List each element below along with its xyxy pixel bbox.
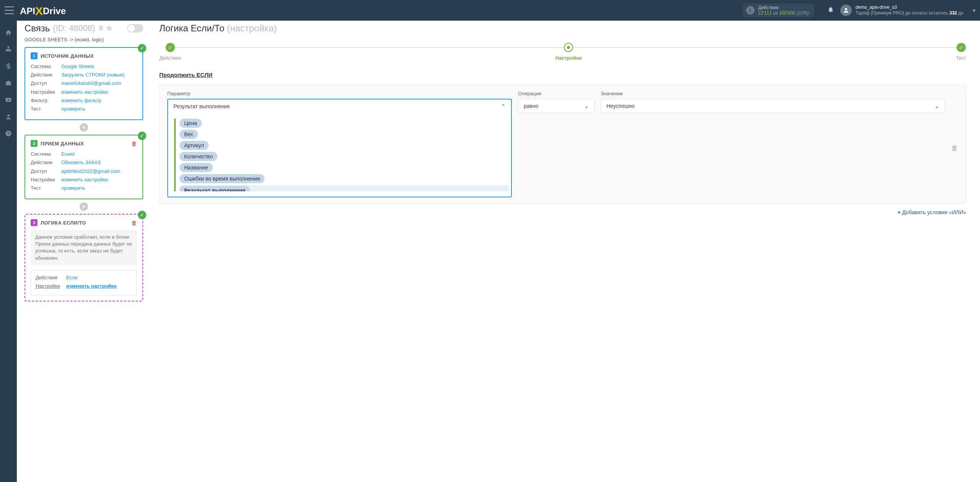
val-select[interactable]: Неуспешно ⌄	[601, 99, 945, 113]
add-block-button[interactable]: +	[80, 123, 88, 132]
left-toolbar: ?	[0, 21, 17, 482]
dropdown-item[interactable]: Количество	[180, 152, 217, 161]
svg-text:?: ?	[7, 131, 10, 136]
row-val[interactable]: проверить	[61, 106, 85, 112]
briefcase-icon[interactable]	[0, 75, 17, 91]
connection-subtitle: GOOGLE SHEETS -> (ecwid, logic)	[24, 37, 143, 42]
logo[interactable]: API X Drive	[20, 4, 66, 17]
top-header: API X Drive i Действия: 22'111 из 100'00…	[0, 0, 980, 21]
content-area: Логика Если/То (настройка) ✓ Действие На…	[149, 21, 980, 482]
row-val[interactable]: изменить настройки	[61, 176, 108, 183]
actions-badge[interactable]: i Действия: 22'111 из 100'000 (22%)	[743, 3, 814, 18]
row-key: Фильтр	[31, 97, 61, 104]
connection-id: (ID: 48008)	[53, 23, 95, 33]
row-key: Настройки	[36, 283, 66, 290]
user-icon[interactable]	[0, 109, 17, 125]
val-value: Неуспешно	[606, 103, 635, 109]
connection-toggle[interactable]	[127, 24, 143, 33]
row-key: Настройки	[31, 176, 61, 183]
dropdown-item[interactable]: Ошибки во время выполнения	[180, 174, 265, 183]
block-source[interactable]: ✓ 1 ИСТОЧНИК ДАННЫХ СистемаGoogle Sheets…	[24, 47, 143, 120]
block-destination[interactable]: ✓ 2 ПРИЕМ ДАННЫХ 🗑 СистемаEcwid Действие…	[24, 135, 143, 199]
dropdown-item[interactable]: Артикул	[180, 141, 209, 150]
row-key: Тест	[31, 185, 61, 192]
actions-used: 22'111	[758, 10, 772, 16]
row-val[interactable]: Обновить ЗАКАЗ	[61, 159, 101, 166]
row-val[interactable]: изменить фильтр	[61, 97, 101, 104]
home-icon[interactable]	[0, 24, 17, 41]
user-block[interactable]: demo_apix-drive_s3 Тариф |Премиум PRO| д…	[840, 5, 964, 16]
step-done-icon[interactable]: ✓	[166, 43, 175, 52]
param-select[interactable]: Результат выполнения ⌃	[167, 99, 512, 114]
row-val[interactable]: Загрузить СТРОКИ (новые)	[61, 72, 124, 78]
step-active-icon[interactable]	[564, 43, 573, 52]
block-title: ЛОГИКА ЕСЛИ/ТО	[41, 220, 86, 226]
row-key: Действие	[36, 274, 66, 281]
row-val[interactable]: проверить	[61, 185, 85, 192]
logo-x-icon: X	[35, 5, 43, 18]
help-icon[interactable]: ?	[0, 125, 17, 142]
dropdown-item[interactable]: Результат выполнения	[180, 186, 250, 191]
delete-icon[interactable]: 🗑	[131, 220, 137, 226]
connection-title: Связь	[24, 23, 50, 34]
row-key: Система	[31, 151, 61, 158]
chevron-down-icon: ⌄	[584, 103, 589, 109]
block-logic[interactable]: ✓ 3 ЛОГИКА ЕСЛИ/ТО 🗑 Данное условие сраб…	[24, 214, 143, 301]
bell-icon[interactable]	[827, 6, 834, 15]
side-panel: Связь (ID: 48008) 🗎 ⚙ GOOGLE SHEETS -> (…	[17, 21, 149, 482]
dropdown-item[interactable]: Название	[180, 163, 213, 172]
row-val[interactable]: изменить настройки	[61, 89, 108, 96]
actions-pct: (22%)	[797, 10, 809, 16]
row-val[interactable]: Ecwid	[61, 151, 75, 158]
dropdown-item[interactable]: Вес	[180, 130, 198, 139]
row-val[interactable]: maverickandrii@gmail.com	[61, 80, 121, 87]
add-or-button[interactable]: Добавить условие «ИЛИ»	[159, 209, 966, 215]
step-label: Тест	[956, 55, 966, 61]
copy-icon[interactable]: 🗎	[98, 25, 104, 32]
block-note: Данное условие сработает, если в блоке П…	[31, 230, 137, 265]
param-label: Параметр	[167, 91, 512, 96]
logo-api: API	[20, 6, 35, 16]
val-label: Значение	[601, 91, 945, 96]
dropdown-item[interactable]: Цена	[180, 119, 202, 128]
dollar-icon[interactable]	[0, 58, 17, 74]
youtube-icon[interactable]	[0, 92, 17, 108]
add-block-button[interactable]: +	[80, 202, 88, 211]
sitemap-icon[interactable]	[0, 41, 17, 57]
page-title-sub: (настройка)	[227, 23, 277, 33]
chevron-down-icon[interactable]: ▾	[973, 7, 975, 13]
row-val[interactable]: изменить настройки	[66, 283, 117, 290]
block-num: 1	[31, 52, 38, 59]
row-key: Действие	[31, 72, 61, 78]
user-avatar-icon	[840, 5, 852, 16]
actions-label: Действия:	[758, 5, 809, 10]
row-key: Доступ	[31, 168, 61, 175]
user-name: demo_apix-drive_s3	[856, 5, 964, 10]
svg-point-2	[7, 114, 10, 117]
row-key: Доступ	[31, 80, 61, 87]
chevron-down-icon: ⌄	[935, 103, 939, 109]
row-val[interactable]: apidritest2022@gmail.com	[61, 168, 120, 175]
block-title: ПРИЕМ ДАННЫХ	[41, 141, 84, 147]
user-days-suffix: дн	[957, 10, 964, 16]
block-num: 2	[31, 140, 38, 147]
delete-rule-icon[interactable]: 🗑	[951, 144, 958, 152]
logo-drive: Drive	[43, 6, 66, 16]
page-title: Логика Если/То (настройка)	[159, 23, 966, 34]
block-title: ИСТОЧНИК ДАННЫХ	[41, 53, 94, 59]
row-val[interactable]: Если	[66, 274, 78, 281]
user-plan: Тариф |Премиум PRO| до оплаты осталось	[856, 10, 949, 16]
step-icon[interactable]: ✓	[957, 43, 966, 52]
hamburger-icon[interactable]	[5, 7, 14, 14]
step-label: Действие	[159, 55, 181, 61]
delete-icon[interactable]: 🗑	[131, 140, 137, 147]
param-value: Результат выполнения	[173, 103, 230, 109]
op-value: равно	[524, 103, 539, 109]
op-select[interactable]: равно ⌄	[518, 99, 595, 113]
actions-sep: из	[773, 10, 778, 16]
check-icon: ✓	[138, 132, 146, 140]
actions-total: 100'000	[779, 10, 795, 16]
rule-box: Параметр Результат выполнения ⌃ ЦенаВесА…	[159, 84, 966, 204]
gear-icon[interactable]: ⚙	[106, 25, 112, 32]
row-val[interactable]: Google Sheets	[61, 63, 94, 70]
